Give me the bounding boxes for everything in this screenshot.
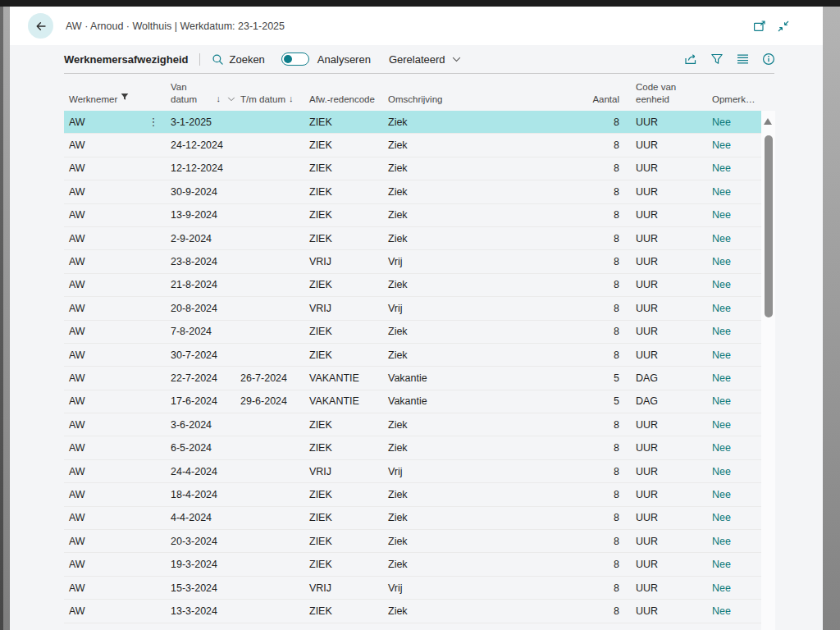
cell-aantal[interactable]: 8 — [523, 256, 624, 267]
cell-code-eenheid[interactable]: UUR — [624, 559, 707, 570]
cell-opmerking[interactable]: Nee — [707, 489, 761, 500]
cell-opmerking[interactable]: Nee — [707, 209, 761, 221]
column-header-afw-redencode[interactable]: Afw.-redencode — [304, 94, 383, 111]
cell-van-datum[interactable]: 4-4-2024 — [166, 512, 235, 523]
cell-opmerking[interactable]: Nee — [707, 582, 761, 594]
table-row[interactable]: AW 24-4-2024 VRIJ Vrij 8 UUR Nee — [64, 460, 761, 483]
cell-code-eenheid[interactable]: DAG — [624, 372, 707, 384]
cell-omschrijving[interactable]: Ziek — [383, 419, 523, 431]
cell-opmerking[interactable]: Nee — [707, 303, 761, 314]
cell-omschrijving[interactable]: Vrij — [383, 256, 523, 267]
cell-code-eenheid[interactable]: UUR — [624, 349, 707, 361]
analyze-button[interactable]: Analyseren — [317, 53, 371, 66]
cell-aantal[interactable]: 8 — [523, 489, 624, 500]
cell-code-eenheid[interactable]: UUR — [624, 116, 707, 128]
cell-werknemer[interactable]: AW — [64, 442, 141, 454]
cell-aantal[interactable]: 5 — [523, 372, 624, 384]
cell-werknemer[interactable]: AW — [64, 186, 141, 198]
cell-afw-redencode[interactable]: ZIEK — [304, 512, 383, 523]
cell-van-datum[interactable]: 30-9-2024 — [166, 186, 235, 198]
cell-omschrijving[interactable]: Vakantie — [383, 395, 523, 407]
cell-van-datum[interactable]: 17-6-2024 — [166, 395, 235, 407]
cell-code-eenheid[interactable]: UUR — [624, 303, 707, 314]
cell-werknemer[interactable]: AW — [64, 209, 141, 221]
table-row[interactable]: AW 20-3-2024 ZIEK Ziek 8 UUR Nee — [64, 530, 761, 553]
cell-omschrijving[interactable]: Ziek — [383, 559, 523, 570]
cell-omschrijving[interactable]: Vrij — [383, 466, 523, 477]
cell-van-datum[interactable]: 15-3-2024 — [166, 582, 235, 594]
share-icon[interactable] — [683, 52, 698, 66]
table-row[interactable]: AW 21-8-2024 ZIEK Ziek 8 UUR Nee — [64, 274, 761, 297]
table-row[interactable]: AW 13-3-2024 ZIEK Ziek 8 UUR Nee — [64, 600, 761, 623]
table-row[interactable]: AW ⋮ 3-1-2025 ZIEK Ziek 8 UUR Nee — [64, 111, 761, 134]
cell-werknemer[interactable]: AW — [64, 349, 141, 361]
cell-werknemer[interactable]: AW — [64, 395, 141, 407]
cell-aantal[interactable]: 5 — [523, 395, 624, 407]
cell-code-eenheid[interactable]: UUR — [624, 605, 707, 617]
cell-aantal[interactable]: 8 — [523, 349, 624, 361]
cell-aantal[interactable]: 8 — [523, 512, 624, 523]
cell-van-datum[interactable]: 2-9-2024 — [166, 233, 235, 244]
cell-afw-redencode[interactable]: VAKANTIE — [304, 372, 383, 384]
table-row[interactable]: AW 7-8-2024 ZIEK Ziek 8 UUR Nee — [64, 321, 761, 344]
cell-code-eenheid[interactable]: DAG — [624, 395, 707, 407]
table-row[interactable]: AW 4-4-2024 ZIEK Ziek 8 UUR Nee — [64, 507, 761, 530]
cell-afw-redencode[interactable]: ZIEK — [304, 605, 383, 617]
cell-aantal[interactable]: 8 — [523, 162, 624, 174]
cell-aantal[interactable]: 8 — [523, 605, 624, 617]
cell-omschrijving[interactable]: Ziek — [383, 349, 523, 361]
table-row[interactable]: AW 12-12-2024 ZIEK Ziek 8 UUR Nee — [64, 158, 761, 180]
cell-afw-redencode[interactable]: ZIEK — [304, 162, 383, 174]
cell-afw-redencode[interactable]: VRIJ — [304, 256, 383, 267]
cell-werknemer[interactable]: AW — [64, 512, 141, 523]
cell-opmerking[interactable]: Nee — [707, 233, 761, 244]
cell-opmerking[interactable]: Nee — [707, 349, 761, 361]
cell-omschrijving[interactable]: Vrij — [383, 303, 523, 314]
cell-afw-redencode[interactable]: ZIEK — [304, 186, 383, 198]
column-header-opmerking[interactable]: Opmerk… — [707, 94, 761, 111]
table-row[interactable]: AW 19-3-2024 ZIEK Ziek 8 UUR Nee — [64, 553, 761, 576]
cell-omschrijving[interactable]: Ziek — [383, 186, 523, 198]
cell-van-datum[interactable]: 24-12-2024 — [166, 139, 235, 151]
cell-werknemer[interactable]: AW — [64, 559, 141, 570]
cell-code-eenheid[interactable]: UUR — [624, 512, 707, 523]
cell-aantal[interactable]: 8 — [523, 442, 624, 454]
cell-werknemer[interactable]: AW — [64, 419, 141, 431]
cell-aantal[interactable]: 8 — [523, 209, 624, 221]
cell-aantal[interactable]: 8 — [523, 233, 624, 244]
filter-icon[interactable] — [710, 52, 724, 66]
cell-werknemer[interactable]: AW — [64, 279, 141, 290]
cell-opmerking[interactable]: Nee — [707, 466, 761, 477]
cell-afw-redencode[interactable]: VAKANTIE — [304, 395, 383, 407]
cell-aantal[interactable]: 8 — [523, 116, 624, 128]
cell-code-eenheid[interactable]: UUR — [624, 536, 707, 547]
cell-werknemer[interactable]: AW — [64, 466, 141, 477]
cell-werknemer[interactable]: AW — [64, 162, 141, 174]
collapse-window-icon[interactable] — [777, 20, 790, 33]
table-row[interactable]: AW 17-6-2024 29-6-2024 VAKANTIE Vakantie… — [64, 390, 761, 413]
table-row[interactable]: AW 24-12-2024 ZIEK Ziek 8 UUR Nee — [64, 134, 761, 157]
table-row[interactable]: AW 22-7-2024 26-7-2024 VAKANTIE Vakantie… — [64, 367, 761, 390]
table-row[interactable]: AW 18-4-2024 ZIEK Ziek 8 UUR Nee — [64, 483, 761, 506]
cell-afw-redencode[interactable]: ZIEK — [304, 349, 383, 361]
search-button[interactable]: Zoeken — [212, 53, 264, 66]
cell-code-eenheid[interactable]: UUR — [624, 326, 707, 337]
cell-afw-redencode[interactable]: ZIEK — [304, 116, 383, 128]
table-row[interactable]: AW 15-1-2024 ZIEK Ziek 8 UUR Nee — [64, 623, 761, 630]
column-header-aantal[interactable]: Aantal — [523, 94, 624, 111]
cell-werknemer[interactable]: AW — [64, 489, 141, 500]
cell-afw-redencode[interactable]: ZIEK — [304, 536, 383, 547]
cell-opmerking[interactable]: Nee — [707, 536, 761, 547]
cell-omschrijving[interactable]: Ziek — [383, 279, 523, 290]
cell-code-eenheid[interactable]: UUR — [624, 442, 707, 454]
cell-omschrijving[interactable]: Vrij — [383, 582, 523, 594]
cell-tm-datum[interactable]: 26-7-2024 — [235, 372, 304, 384]
analyze-toggle[interactable] — [281, 52, 309, 66]
cell-werknemer[interactable]: AW — [64, 233, 141, 244]
column-header-code-eenheid[interactable]: Code van eenheid — [624, 81, 707, 111]
table-row[interactable]: AW 3-6-2024 ZIEK Ziek 8 UUR Nee — [64, 413, 761, 436]
cell-afw-redencode[interactable]: ZIEK — [304, 279, 383, 290]
cell-code-eenheid[interactable]: UUR — [624, 233, 707, 244]
cell-opmerking[interactable]: Nee — [707, 372, 761, 384]
table-row[interactable]: AW 6-5-2024 ZIEK Ziek 8 UUR Nee — [64, 436, 761, 459]
